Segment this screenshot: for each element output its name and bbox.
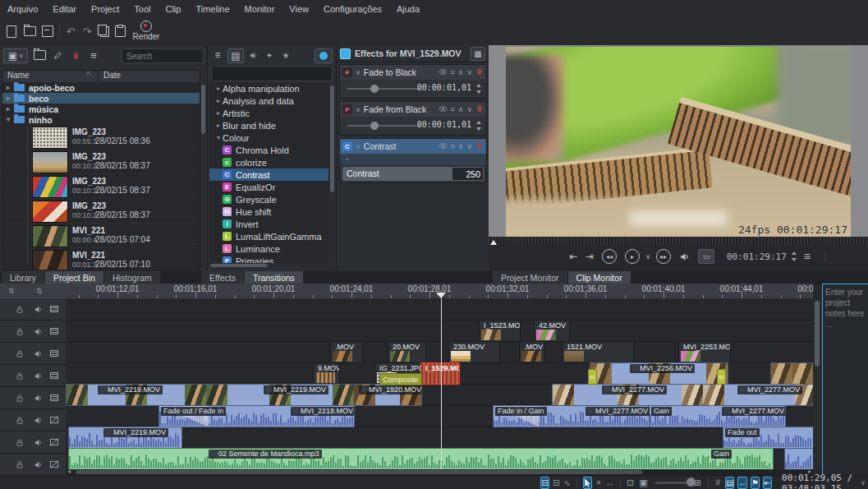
column-name[interactable]: Name xyxy=(2,71,86,83)
paste-icon[interactable] xyxy=(113,25,126,38)
audio-thumbnails-toggle[interactable]: ↔ xyxy=(737,477,747,489)
value-spinner[interactable] xyxy=(475,84,482,94)
bin-clip-row[interactable]: MVI_22100:01:328/02/15 07:10 xyxy=(2,248,200,270)
scroll-left-icon[interactable]: ◂ xyxy=(67,468,71,475)
menu-item-project[interactable]: Project xyxy=(84,4,126,14)
effect-item[interactable]: LLuminance xyxy=(209,242,328,255)
bin-clip-row[interactable]: IMG_22300:10:228/02/15 08:37 xyxy=(2,150,200,174)
monitor-timecode[interactable]: 00:01:29:17 xyxy=(727,251,787,262)
favorite-effects-icon[interactable]: ★ xyxy=(280,48,292,62)
timeline-track-1[interactable] xyxy=(66,298,813,321)
effect-item[interactable]: CChroma Hold xyxy=(209,144,328,156)
effect-block-fade-from-black[interactable]: F∨Fade from Black≡∧∨00:00:01,01 xyxy=(339,101,487,136)
zoom-slider[interactable] xyxy=(655,482,687,484)
timecode-dropdown-icon[interactable]: ∨ xyxy=(861,479,866,487)
timeline-clip[interactable]: Fade out xyxy=(723,427,813,449)
delete-effect-icon[interactable] xyxy=(475,67,484,77)
mute-icon[interactable] xyxy=(33,459,43,469)
bin-search-input[interactable] xyxy=(122,48,204,63)
effect-category[interactable]: ▸Alpha manipulation xyxy=(209,82,328,95)
move-up-icon[interactable]: ∧ xyxy=(458,142,464,150)
delete-clip-icon[interactable] xyxy=(69,48,82,62)
move-up-icon[interactable]: ∧ xyxy=(458,68,464,76)
play-icon[interactable]: ▸ xyxy=(625,249,640,264)
track-config-icon[interactable]: ⇅ xyxy=(8,287,15,295)
collapse-icon[interactable]: ∨ xyxy=(356,69,361,76)
effect-category[interactable]: ▸Artistic xyxy=(209,107,328,119)
status-timecode[interactable]: 00:01:29,05 / 03:48:03,15 xyxy=(782,473,858,489)
menu-item-ajuda[interactable]: Ajuda xyxy=(389,4,427,14)
bin-folder-apoio-beco[interactable]: ▸apoio-beco xyxy=(2,82,200,93)
effect-menu-icon[interactable]: ≡ xyxy=(451,105,455,113)
lock-icon[interactable] xyxy=(15,304,25,314)
timeline-clip[interactable]: MVI_2277.MOVGain xyxy=(649,405,786,427)
effects-hscrollbar[interactable] xyxy=(209,263,329,268)
snap-toggle[interactable]: ⇤ xyxy=(763,477,772,489)
render-button[interactable]: Render xyxy=(131,21,161,44)
overwrite-mode-toggle[interactable]: ∿ xyxy=(563,477,571,488)
tab-library[interactable]: Library xyxy=(2,271,44,284)
monitor-seek-ruler[interactable] xyxy=(489,237,868,245)
video-track-icon[interactable] xyxy=(49,371,59,381)
project-notes[interactable]: Enter your project notes here ... xyxy=(822,284,868,476)
menu-item-arquivo[interactable]: Arquivo xyxy=(0,4,45,14)
effect-item[interactable]: ccolorize xyxy=(209,156,328,168)
effect-menu-icon[interactable]: ≡ xyxy=(451,142,455,150)
video-track-icon[interactable] xyxy=(49,393,59,403)
timeline-clip[interactable]: 02 Semente de Mandioca.mp3Gain xyxy=(68,448,774,469)
tab-histogram[interactable]: Histogram xyxy=(104,271,160,284)
mute-icon[interactable] xyxy=(33,348,43,358)
effect-item[interactable]: IInvert xyxy=(209,218,328,230)
forward-icon[interactable]: ▸▸ xyxy=(656,249,671,264)
menu-item-tool[interactable]: Tool xyxy=(126,4,158,14)
timeline-clip[interactable]: .MOV xyxy=(330,341,363,363)
lock-icon[interactable] xyxy=(15,459,25,469)
lock-icon[interactable] xyxy=(15,326,25,336)
track-config2-icon[interactable]: ⇅ xyxy=(36,287,43,295)
timecode-spinner[interactable] xyxy=(791,251,797,261)
move-down-icon[interactable]: ∨ xyxy=(466,105,472,113)
transition-composite[interactable]: Composite xyxy=(379,373,422,385)
delete-effect-icon[interactable] xyxy=(475,141,484,151)
tab-clip-monitor[interactable]: Clip Monitor xyxy=(568,271,631,284)
lock-icon[interactable] xyxy=(15,415,25,425)
bin-clip-row[interactable]: IMG_22300:10:228/02/15 08:37 xyxy=(2,174,200,199)
move-up-icon[interactable]: ∧ xyxy=(458,105,464,113)
effect-header[interactable]: F∨Fade to Black≡∧∨ xyxy=(340,65,486,80)
go-to-zone-start-icon[interactable]: ⇤ xyxy=(569,251,577,262)
effect-category[interactable]: ▸Analysis and data xyxy=(209,95,328,107)
go-to-zone-end-icon[interactable]: ⇥ xyxy=(586,251,594,262)
move-down-icon[interactable]: ∨ xyxy=(466,68,472,76)
timeline-clip[interactable]: MVI_1920.MOV xyxy=(353,384,422,406)
effect-item[interactable]: GGreyscale xyxy=(209,193,328,205)
lock-icon[interactable] xyxy=(15,371,25,381)
bin-clip-row[interactable]: IMG_22300:55:328/02/15 08:36 xyxy=(2,125,200,150)
menu-item-editar[interactable]: Editar xyxy=(45,4,84,14)
video-track-icon[interactable] xyxy=(49,304,59,314)
mute-icon[interactable] xyxy=(33,371,43,381)
timeline-track-2[interactable]: I_1523.MOV42.MOV xyxy=(66,320,813,342)
timeline-clip[interactable]: MVI_2219.MOVFade out / Fade in xyxy=(158,405,355,427)
timeline-clip[interactable]: 230.MOV xyxy=(448,341,500,363)
effect-stack-options-button[interactable]: ▦ xyxy=(471,47,485,61)
new-document-icon[interactable] xyxy=(5,25,18,38)
slider-handle[interactable] xyxy=(370,85,379,93)
timeline-clip[interactable]: 42.MOV xyxy=(534,320,570,342)
mute-icon[interactable] xyxy=(33,393,43,403)
delete-effect-icon[interactable] xyxy=(475,104,484,114)
open-folder-icon[interactable] xyxy=(23,25,36,38)
effect-block-contrast[interactable]: C∨Contrast≡∧∨◔Contrast250 xyxy=(339,138,487,183)
add-clip-button[interactable]: ▣ ∨ xyxy=(3,48,28,63)
tab-effects[interactable]: Effects xyxy=(201,271,244,284)
split-audio-toggle[interactable]: # xyxy=(714,477,722,488)
zone-mode-button[interactable]: ▭ xyxy=(698,249,714,264)
timeline-clip[interactable]: 20.MOV xyxy=(388,341,426,363)
timeline-clip[interactable]: I_1529.MOV xyxy=(420,362,460,385)
timeline-clip[interactable]: MVI_2253.MOV xyxy=(678,341,731,363)
bin-clip-row[interactable]: IMG_22300:10:228/02/15 08:37 xyxy=(2,199,200,224)
timeline-track-7[interactable]: MVI_2219.MOVFade out xyxy=(66,427,813,449)
timeline-track-3[interactable]: .MOV20.MOV230.MOV.MOV1521.MOVMVI_2253.MO… xyxy=(66,341,813,363)
spacer-tool-button[interactable]: ↔ xyxy=(606,477,614,488)
edit-clip-icon[interactable] xyxy=(51,48,64,62)
effect-header[interactable]: C∨Contrast≡∧∨ xyxy=(340,139,486,154)
